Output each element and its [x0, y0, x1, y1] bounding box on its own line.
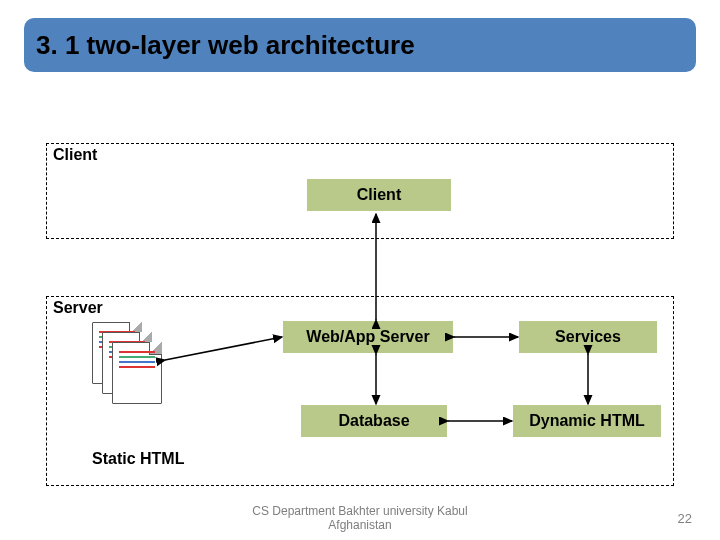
node-dynamic: Dynamic HTML: [512, 404, 662, 438]
slide-title-bar: 3. 1 two-layer web architecture: [24, 18, 696, 72]
page-number: 22: [678, 511, 692, 526]
slide-title: 3. 1 two-layer web architecture: [36, 30, 415, 61]
footer-line1: CS Department Bakhter university Kabul: [252, 504, 467, 518]
node-services: Services: [518, 320, 658, 354]
node-dynamic-label: Dynamic HTML: [529, 412, 645, 430]
client-panel-label: Client: [53, 146, 97, 164]
node-client: Client: [306, 178, 452, 212]
node-webapp-label: Web/App Server: [306, 328, 429, 346]
node-services-label: Services: [555, 328, 621, 346]
node-webapp: Web/App Server: [282, 320, 454, 354]
footer: CS Department Bakhter university Kabul A…: [0, 504, 720, 532]
static-html-label: Static HTML: [92, 450, 184, 468]
document-icon: [112, 342, 162, 404]
node-client-label: Client: [357, 186, 401, 204]
footer-line2: Afghanistan: [0, 518, 720, 532]
node-database: Database: [300, 404, 448, 438]
node-database-label: Database: [338, 412, 409, 430]
static-html-docs: [92, 322, 158, 400]
server-panel-label: Server: [53, 299, 103, 317]
